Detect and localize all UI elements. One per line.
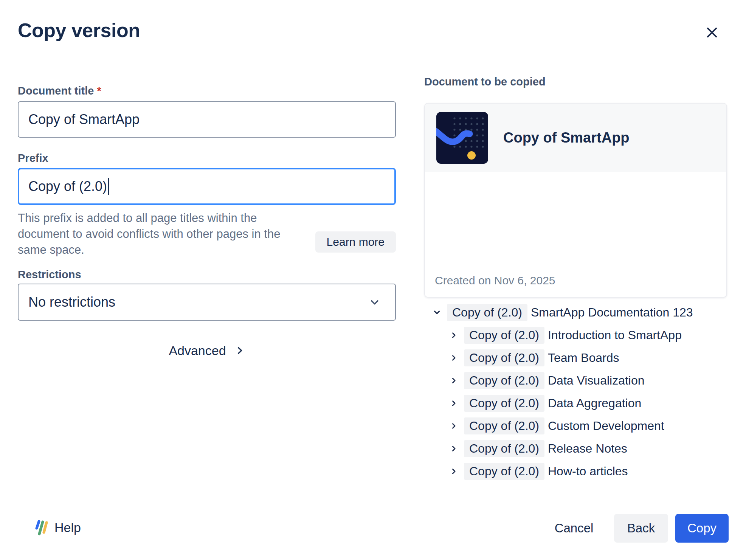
chevron-right-icon[interactable] [449, 353, 458, 362]
document-card-title: Copy of SmartApp [503, 130, 630, 146]
chevron-right-icon[interactable] [449, 399, 458, 408]
tree-item-label: Team Boards [548, 351, 619, 365]
prefix-help-line: This prefix is added to all page titles … [18, 210, 316, 226]
tree-item-label: How-to articles [548, 464, 628, 478]
tree-item[interactable]: Copy of (2.0) Team Boards [449, 350, 727, 366]
chevron-down-icon [369, 296, 381, 308]
restrictions-selected-value: No restrictions [28, 294, 115, 310]
prefix-help-line: same space. [18, 242, 316, 258]
prefix-help-line: document to avoid conflicts with other p… [18, 226, 316, 242]
prefix-chip: Copy of (2.0) [464, 395, 544, 412]
prefix-value: Copy of (2.0) [28, 178, 107, 194]
copy-button[interactable]: Copy [675, 514, 729, 543]
advanced-label: Advanced [169, 343, 226, 358]
prefix-chip: Copy of (2.0) [447, 304, 527, 321]
chevron-down-icon[interactable] [432, 308, 441, 317]
document-title-input[interactable]: Copy of SmartApp [18, 101, 396, 138]
chevron-right-icon[interactable] [449, 376, 458, 385]
help-label: Help [54, 520, 81, 535]
learn-more-button[interactable]: Learn more [315, 231, 396, 253]
prefix-help-text: This prefix is added to all page titles … [18, 210, 316, 258]
tree-item-label: Introduction to SmartApp [548, 328, 682, 342]
tree-item-label: Release Notes [548, 442, 627, 456]
tree-item[interactable]: Copy of (2.0) Custom Development [449, 418, 727, 434]
restrictions-label: Restrictions [18, 268, 81, 281]
tree-item-label: Custom Development [548, 419, 664, 433]
cancel-button[interactable]: Cancel [547, 514, 600, 542]
page-tree: Copy of (2.0) SmartApp Documentation 123… [432, 304, 727, 486]
help-button[interactable]: Help [33, 519, 81, 536]
tree-item-label: SmartApp Documentation 123 [531, 306, 693, 320]
chevron-right-icon[interactable] [449, 467, 458, 476]
document-card-header: Copy of SmartApp [425, 104, 726, 172]
prefix-chip: Copy of (2.0) [464, 417, 544, 434]
chevron-right-icon[interactable] [449, 330, 458, 340]
document-card-body: Created on Nov 6, 2025 [425, 172, 726, 298]
copy-form: Document title* Copy of SmartApp Prefix … [18, 0, 396, 560]
prefix-chip: Copy of (2.0) [464, 440, 544, 457]
tree-item-label: Data Aggregation [548, 396, 641, 410]
prefix-chip: Copy of (2.0) [464, 349, 544, 366]
advanced-link[interactable]: Advanced [18, 341, 396, 360]
document-title-label-text: Document title [18, 85, 94, 97]
document-title-label: Document title* [18, 85, 101, 97]
tree-item[interactable]: Copy of (2.0) Data Visualization [449, 372, 727, 388]
back-button[interactable]: Back [614, 514, 668, 543]
tree-item[interactable]: Copy of (2.0) Data Aggregation [449, 395, 727, 411]
prefix-chip: Copy of (2.0) [464, 463, 544, 480]
chevron-right-icon [234, 345, 245, 356]
created-date: Created on Nov 6, 2025 [435, 274, 555, 287]
help-logo-icon [33, 519, 50, 536]
tree-item[interactable]: Copy of (2.0) Release Notes [449, 441, 727, 456]
prefix-label: Prefix [18, 152, 48, 164]
tree-item[interactable]: Copy of (2.0) Introduction to SmartApp [449, 327, 727, 343]
chevron-right-icon[interactable] [449, 421, 458, 430]
document-card: Copy of SmartApp Created on Nov 6, 2025 [424, 103, 727, 298]
required-asterisk: * [97, 85, 101, 97]
tree-item-root[interactable]: Copy of (2.0) SmartApp Documentation 123 [432, 304, 727, 320]
tree-item[interactable]: Copy of (2.0) How-to articles [449, 463, 727, 479]
prefix-input[interactable]: Copy of (2.0) [18, 168, 396, 205]
tree-item-label: Data Visualization [548, 374, 645, 388]
prefix-chip: Copy of (2.0) [464, 372, 544, 389]
preview-heading: Document to be copied [424, 76, 546, 88]
text-cursor [108, 178, 109, 195]
chevron-right-icon[interactable] [449, 444, 458, 453]
restrictions-select[interactable]: No restrictions [18, 284, 396, 321]
copy-preview-panel: Document to be copied Copy of SmartApp C… [424, 0, 727, 560]
prefix-chip: Copy of (2.0) [464, 327, 544, 344]
document-thumbnail [436, 112, 488, 164]
document-title-value: Copy of SmartApp [28, 112, 140, 127]
